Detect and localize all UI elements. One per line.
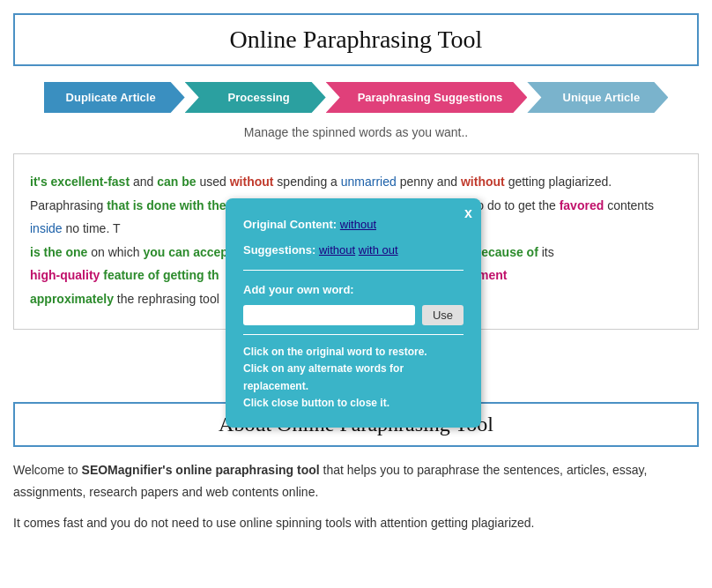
suggestion-popup: x Original Content: without Suggestions:… <box>226 198 481 428</box>
word-favored[interactable]: favored <box>560 198 604 212</box>
about-paragraph1: Welcome to SEOMagnifier's online paraphr… <box>13 459 699 503</box>
step-unique-article-label: Unique Article <box>563 91 641 104</box>
popup-instructions: Click on the original word to restore. C… <box>243 344 464 412</box>
steps-nav: Duplicate Article Processing Paraphrasin… <box>13 82 699 113</box>
word-can-be[interactable]: can be <box>157 175 196 189</box>
popup-instruction-3: Click close button to close it. <box>243 395 464 412</box>
word-inside[interactable]: inside <box>30 221 63 235</box>
word-unmarried[interactable]: unmarried <box>341 175 397 189</box>
step-unique-article[interactable]: Unique Article <box>527 82 668 113</box>
word-feature-of-getting-th[interactable]: feature of getting th <box>103 268 219 282</box>
popup-add-label: Add your own word: <box>243 279 464 300</box>
step-processing[interactable]: Processing <box>185 82 326 113</box>
word-without2[interactable]: without <box>461 175 505 189</box>
step-processing-label: Processing <box>228 91 290 104</box>
word-high-quality[interactable]: high-quality <box>30 268 100 282</box>
popup-divider2 <box>243 334 464 335</box>
popup-close-button[interactable]: x <box>464 205 472 221</box>
popup-divider <box>243 270 464 271</box>
subtitle: Manage the spinned words as you want.. <box>13 125 699 139</box>
popup-suggestion2[interactable]: with out <box>359 243 398 257</box>
popup-overlay: x Original Content: without Suggestions:… <box>226 198 481 428</box>
popup-suggestions-row: Suggestions: without with out <box>243 240 464 260</box>
word-you-can-accep[interactable]: you can accep <box>143 245 228 259</box>
word-is-the-one[interactable]: is the one <box>30 245 87 259</box>
popup-custom-word-input[interactable] <box>243 305 415 325</box>
popup-use-button[interactable]: Use <box>422 305 464 325</box>
step-paraphrasing-suggestions-label: Paraphrasing Suggestions <box>358 91 503 104</box>
popup-original-label: Original Content: <box>243 218 337 231</box>
content-area: it's excellent-fast and can be used with… <box>13 153 699 330</box>
step-duplicate-article-label: Duplicate Article <box>66 91 156 104</box>
step-duplicate-article[interactable]: Duplicate Article <box>44 82 185 113</box>
popup-suggestion1[interactable]: without <box>319 243 355 257</box>
word-without1[interactable]: without <box>230 175 274 189</box>
popup-suggestions-label: Suggestions: <box>243 243 315 257</box>
popup-instruction-1: Click on the original word to restore. <box>243 344 464 361</box>
about-paragraph2: It comes fast and you do not need to use… <box>13 512 699 534</box>
popup-original-word[interactable]: without <box>340 218 376 231</box>
word-that-is[interactable]: that is <box>107 198 143 212</box>
word-excellent-fast[interactable]: it's excellent-fast <box>30 175 130 189</box>
popup-original-row: Original Content: without <box>243 214 464 234</box>
page-title: Online Paraphrasing Tool <box>33 26 679 54</box>
word-approximately[interactable]: approximately <box>30 292 114 306</box>
popup-instruction-2: Click on any alternate words for replace… <box>243 361 464 394</box>
step-paraphrasing-suggestions[interactable]: Paraphrasing Suggestions <box>326 82 528 113</box>
word-done-with-the[interactable]: done with the <box>146 198 226 212</box>
main-title-box: Online Paraphrasing Tool <box>13 13 699 66</box>
popup-add-row: Use <box>243 305 464 325</box>
